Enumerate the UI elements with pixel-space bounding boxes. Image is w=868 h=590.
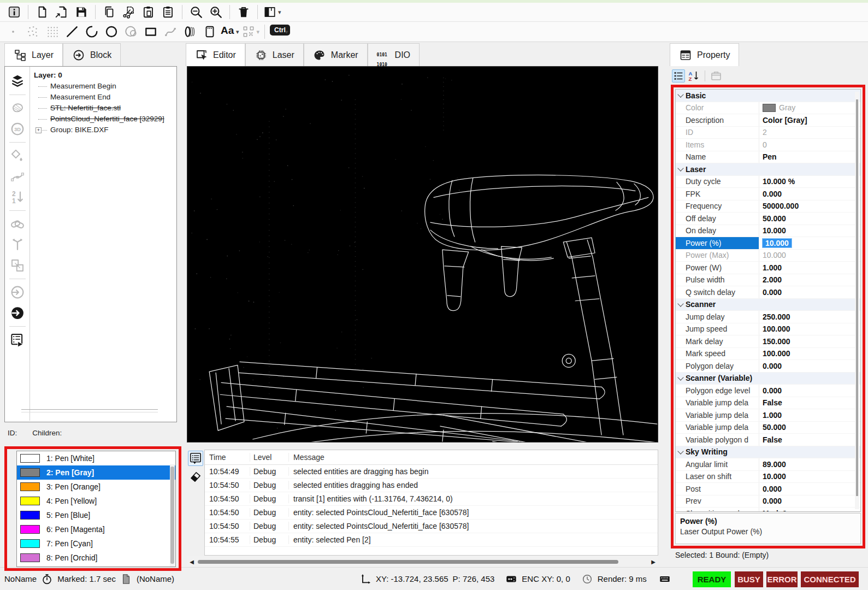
property-value[interactable]: 0.000: [759, 483, 860, 495]
collapse-chevron-icon[interactable]: [676, 446, 686, 458]
save-file-button[interactable]: [72, 4, 91, 20]
circle-pair-button[interactable]: [121, 23, 141, 40]
tab-property[interactable]: Property: [670, 43, 739, 66]
property-row[interactable]: DescriptionColor [Gray]: [676, 114, 860, 127]
polyline-button[interactable]: [161, 23, 180, 40]
property-value[interactable]: False: [759, 397, 860, 409]
property-value[interactable]: 10.000: [759, 250, 860, 262]
property-row[interactable]: Power (%)10.000: [676, 237, 860, 250]
property-row[interactable]: Angular limit89.000: [676, 458, 860, 471]
delete-button[interactable]: [234, 4, 253, 20]
pen-list-item[interactable]: 8: Pen [Orchid]: [17, 551, 175, 565]
layout-columns-button[interactable]: ▾: [262, 4, 282, 20]
tab-dio[interactable]: 01011010DIO: [368, 43, 420, 66]
collapse-chevron-icon[interactable]: [676, 299, 686, 311]
log-row[interactable]: 10:54:49Debugselected entities are dragg…: [205, 465, 658, 479]
capsules-button[interactable]: [9, 216, 26, 232]
point-grid-button[interactable]: [43, 23, 62, 40]
coil-button[interactable]: [180, 23, 200, 40]
paste-button[interactable]: [139, 4, 158, 20]
badge-3d-button[interactable]: 3D: [9, 121, 26, 137]
categorized-view-button[interactable]: [672, 69, 685, 82]
dropdown-caret-icon[interactable]: ▾: [257, 28, 260, 36]
pen-list-item[interactable]: 5: Pen [Blue]: [17, 508, 175, 522]
tree-root-item[interactable]: Layer: 0: [34, 71, 176, 79]
collapse-chevron-icon[interactable]: [676, 373, 686, 385]
hscroll-thumb[interactable]: [198, 560, 618, 564]
tree-item[interactable]: Measurement Begin: [34, 81, 176, 92]
rectangle-button[interactable]: [141, 23, 161, 40]
scroll-left-arrow[interactable]: ◀: [187, 559, 197, 565]
property-value[interactable]: 0.000: [759, 360, 860, 372]
property-row[interactable]: Duty cycle10.000 %: [676, 176, 860, 188]
point-button[interactable]: [3, 23, 23, 40]
property-value[interactable]: Color [Gray]: [759, 114, 860, 126]
scroll-right-arrow[interactable]: ▶: [648, 559, 658, 565]
layer-tree[interactable]: Layer: 0Measurement BeginMeasurement End…: [31, 67, 176, 405]
qr-button[interactable]: ▾: [240, 23, 261, 40]
property-row[interactable]: FPK0.000: [676, 188, 860, 200]
tree-item[interactable]: +Group: BIKE.DXF: [34, 125, 176, 135]
property-category[interactable]: Sky Writing: [676, 446, 860, 459]
property-value[interactable]: 0.000: [759, 385, 860, 397]
property-value[interactable]: 50.000: [759, 422, 860, 434]
property-value[interactable]: Mode3: [759, 508, 860, 512]
property-value[interactable]: 89.000: [759, 458, 860, 470]
paste-special-button[interactable]: [158, 4, 178, 20]
tab-editor[interactable]: Editor: [186, 43, 245, 66]
dropdown-caret-icon[interactable]: ▾: [236, 28, 239, 36]
property-value[interactable]: Gray: [759, 102, 860, 114]
property-scroll-thumb[interactable]: [856, 99, 858, 496]
log-row[interactable]: 10:54:50Debugentity: selected PointsClou…: [205, 520, 658, 533]
property-row[interactable]: Items0: [676, 139, 860, 151]
property-row[interactable]: On delay10.000: [676, 225, 860, 238]
sort-21-button[interactable]: 21: [9, 189, 26, 205]
expand-plus-icon[interactable]: +: [36, 127, 42, 133]
property-category[interactable]: Scanner: [676, 299, 860, 311]
property-value[interactable]: 10.000: [759, 471, 860, 483]
property-value[interactable]: 10.000 %: [759, 176, 860, 188]
zoom-out-button[interactable]: [186, 4, 206, 20]
property-value[interactable]: 2: [759, 127, 860, 139]
copy-button[interactable]: [99, 4, 119, 20]
property-row[interactable]: Power (Max)10.000: [676, 250, 860, 262]
tree-item[interactable]: Measurement End: [34, 92, 176, 103]
pen-list-scrollbar[interactable]: [170, 464, 175, 567]
property-row[interactable]: Q switch delay0.000: [676, 286, 860, 299]
log-view-button[interactable]: [188, 451, 203, 466]
zoom-in-button[interactable]: [206, 4, 226, 20]
enter-circle-button[interactable]: [9, 284, 26, 300]
property-row[interactable]: Polygon edge level0.000: [676, 385, 860, 397]
arc-button[interactable]: [82, 23, 102, 40]
collapse-chevron-icon[interactable]: [676, 90, 686, 102]
log-row[interactable]: 10:54:50Debugtransit [1] entities with (…: [205, 492, 658, 506]
property-value[interactable]: 50000.000: [759, 200, 860, 213]
log-row[interactable]: 10:54:50Debugentity: selected PointsClou…: [205, 506, 658, 520]
text-aa-button[interactable]: Aa▾: [220, 23, 240, 40]
property-value[interactable]: 0.000: [759, 286, 860, 298]
property-row[interactable]: Variable polygon dFalse: [676, 434, 860, 446]
enter-filled-button[interactable]: [9, 305, 26, 321]
property-value[interactable]: 2.000: [759, 274, 860, 286]
property-value[interactable]: 0.000: [759, 188, 860, 200]
pen-list-item[interactable]: 4: Pen [Yellow]: [17, 494, 175, 508]
property-row[interactable]: Jump delay250.000: [676, 311, 860, 323]
pen-list[interactable]: 1: Pen [White]2: Pen [Gray]3: Pen [Orang…: [16, 451, 176, 567]
pen-list-item[interactable]: 1: Pen [White]: [17, 451, 175, 465]
mesh-button[interactable]: [9, 100, 26, 116]
property-row[interactable]: Frequency50000.000: [676, 200, 860, 213]
tree-item[interactable]: PointsCloud_Nefertiti_face [32929]: [34, 114, 176, 125]
pen-list-scroll-thumb[interactable]: [170, 467, 174, 564]
tab-marker[interactable]: Marker: [304, 43, 368, 66]
property-scrollbar[interactable]: [855, 92, 859, 509]
duplicate-button[interactable]: [9, 257, 26, 274]
property-value[interactable]: 1.000: [759, 409, 860, 421]
pen-list-item[interactable]: 2: Pen [Gray]: [17, 465, 175, 480]
property-value[interactable]: 100.000: [759, 348, 860, 360]
point-scatter-button[interactable]: [23, 23, 43, 40]
log-clear-button[interactable]: [188, 469, 203, 483]
tree-splitter[interactable]: [21, 409, 158, 410]
dropdown-caret-icon[interactable]: ▾: [278, 9, 281, 16]
property-row[interactable]: Laser on shift10.000: [676, 471, 860, 483]
log-table[interactable]: TimeLevelMessage10:54:49Debugselected en…: [204, 450, 658, 556]
